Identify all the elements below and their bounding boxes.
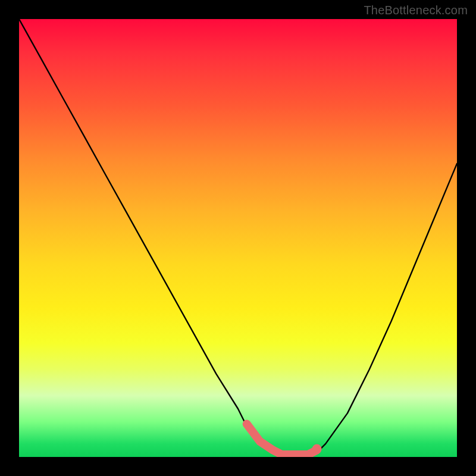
bottleneck-v-curve bbox=[19, 19, 457, 457]
bottleneck-curve-layer bbox=[19, 19, 457, 457]
chart-frame: TheBottleneck.com bbox=[0, 0, 476, 476]
valley-end-dot bbox=[312, 444, 322, 454]
watermark-text: TheBottleneck.com bbox=[364, 4, 468, 17]
valley-marker bbox=[247, 424, 317, 455]
